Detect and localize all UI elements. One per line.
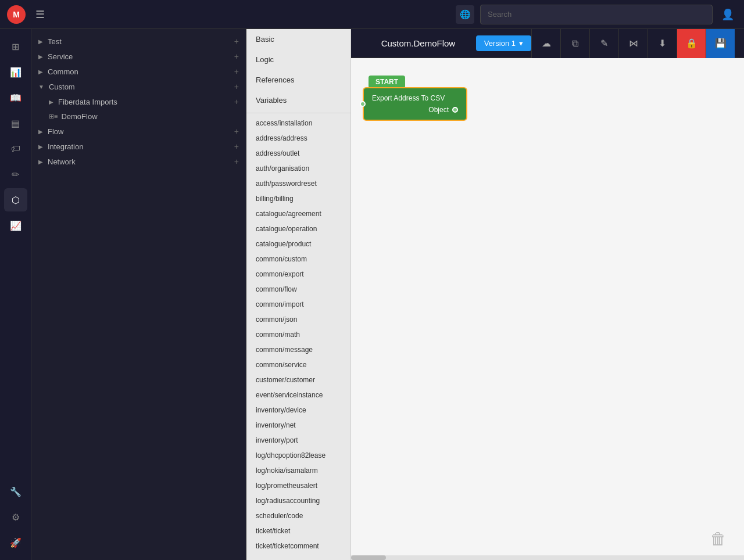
ref-nav-variables[interactable]: Variables [246, 90, 350, 110]
ref-list-item[interactable]: common/export [246, 267, 350, 282]
save-button[interactable]: 💾 [706, 29, 735, 58]
version-chevron-icon: ▾ [519, 39, 523, 48]
ref-list-item[interactable]: common/custom [246, 252, 350, 267]
ref-list-item[interactable]: auth/passwordreset [246, 176, 350, 191]
sidebar-item-gear[interactable]: ⚙ [4, 505, 27, 529]
ref-list-item[interactable]: access/installation [246, 116, 350, 131]
ref-list-item[interactable]: common/json [246, 312, 350, 327]
share-button[interactable]: ⋈ [618, 29, 648, 58]
sidebar-item-rocket[interactable]: 🚀 [4, 531, 27, 554]
sidebar-item-book[interactable]: 📖 [4, 86, 27, 109]
ref-list-item[interactable]: common/message [246, 342, 350, 357]
flow-canvas[interactable]: START Export Address To CSV Object 🗑 [351, 58, 744, 560]
tree-item-label: Custom [49, 82, 75, 91]
sidebar-item-layers[interactable]: ▤ [4, 112, 27, 135]
download-button[interactable]: ⬇ [648, 29, 677, 58]
plus-button[interactable]: + [234, 82, 239, 91]
ref-list-item[interactable]: billing/billing [246, 191, 350, 206]
ref-list-item[interactable]: common/flow [246, 282, 350, 297]
sidebar-item-barchart[interactable]: 📈 [4, 214, 27, 237]
arrow-icon: ▶ [38, 38, 43, 45]
output-label: Object [428, 106, 449, 114]
ref-list-item[interactable]: catalogue/operation [246, 221, 350, 236]
arrow-icon: ▼ [38, 84, 44, 90]
version-button[interactable]: Version 1 ▾ [476, 35, 531, 51]
plus-button[interactable]: + [234, 127, 239, 136]
copy-button[interactable]: ⧉ [560, 29, 589, 58]
ref-list-item[interactable]: log/radiusaccounting [246, 493, 350, 508]
ref-list-item[interactable]: inventory/net [246, 418, 350, 433]
plus-button[interactable]: + [234, 52, 239, 61]
ref-list-item[interactable]: address/outlet [246, 146, 350, 161]
tree-item-label: Test [48, 37, 62, 46]
tree-item-label: Network [48, 157, 76, 166]
ref-list-item[interactable]: catalogue/product [246, 236, 350, 252]
references-panel: Basic Logic References Variables access/… [246, 29, 351, 560]
ref-list-item[interactable]: common/import [246, 297, 350, 312]
arrow-icon: ▶ [38, 128, 43, 135]
ref-list-item[interactable]: log/prometheusalert [246, 478, 350, 493]
ref-list-item[interactable]: scheduler/code [246, 508, 350, 523]
ref-list-item[interactable]: auth/organisation [246, 161, 350, 176]
sidebar-item-wrench[interactable]: 🔧 [4, 480, 27, 503]
sidebar-item-chart[interactable]: 📊 [4, 60, 27, 84]
plus-button[interactable]: + [234, 157, 239, 166]
tree-item-common[interactable]: ▶ Common + [31, 64, 246, 79]
plus-button[interactable]: + [234, 67, 239, 76]
trash-icon[interactable]: 🗑 [710, 529, 727, 548]
ref-list-item[interactable]: common/service [246, 357, 350, 372]
ref-list-item[interactable]: inventory/port [246, 433, 350, 448]
arrow-icon: ▶ [38, 69, 43, 75]
ref-list-item[interactable]: log/dhcpoption82lease [246, 448, 350, 463]
ref-list-item[interactable]: log/nokia/isamalarm [246, 463, 350, 478]
tree-item-test[interactable]: ▶ Test + [31, 34, 246, 49]
user-icon[interactable]: 👤 [718, 5, 737, 24]
ref-list-item[interactable]: address/address [246, 131, 350, 146]
tree-item-service[interactable]: ▶ Service + [31, 49, 246, 64]
tree-item-network[interactable]: ▶ Network + [31, 154, 246, 169]
hamburger-button[interactable]: ☰ [31, 6, 49, 23]
tree-item-custom[interactable]: ▼ Custom + [31, 79, 246, 94]
sidebar-item-tag[interactable]: 🏷 [4, 137, 27, 160]
sidebar-item-cube[interactable]: ⬡ [4, 188, 27, 211]
sidebar-item-brush[interactable]: ✏ [4, 163, 27, 186]
ref-list-item[interactable]: common/math [246, 327, 350, 342]
upload-button[interactable]: ☁ [531, 29, 560, 58]
ref-list-item[interactable]: event/serviceinstance [246, 387, 350, 403]
globe-icon[interactable]: 🌐 [456, 5, 474, 24]
ref-list-item[interactable]: ticket/ticketcomment [246, 539, 350, 554]
flow-toolbar: Custom.DemoFlow Version 1 ▾ ☁ ⧉ ✎ ⋈ ⬇ 🔒 … [351, 29, 744, 58]
plus-button[interactable]: + [234, 37, 239, 46]
ref-list-item[interactable]: customer/customer [246, 372, 350, 387]
start-node: START [369, 76, 405, 88]
ref-list-item[interactable]: catalogue/agreement [246, 206, 350, 221]
tree-item-flow[interactable]: ▶ Flow + [31, 124, 246, 139]
ref-divider [246, 113, 350, 113]
ref-list-item[interactable]: inventory/device [246, 403, 350, 418]
tree-item-demoflow[interactable]: ⊞≡ DemoFlow [31, 109, 246, 124]
tree-item-label: Integration [48, 142, 83, 151]
tree-item-integration[interactable]: ▶ Integration + [31, 139, 246, 154]
version-label: Version 1 [484, 39, 516, 48]
canvas-scrollbar-thumb-h[interactable] [351, 555, 386, 560]
flow-node-block[interactable]: Export Address To CSV Object [363, 87, 467, 121]
ref-nav-basic[interactable]: Basic [246, 29, 350, 49]
plus-button[interactable]: + [234, 142, 239, 151]
ref-nav-logic[interactable]: Logic [246, 49, 350, 70]
topbar: M ☰ 🌐 👤 [0, 0, 744, 29]
logo-button[interactable]: M [7, 5, 26, 24]
lock-button[interactable]: 🔒 [677, 29, 706, 58]
edit-button[interactable]: ✎ [589, 29, 618, 58]
ref-list-item[interactable]: ticket/ticket [246, 523, 350, 539]
node-output: Object [372, 106, 458, 114]
ref-nav-references[interactable]: References [246, 70, 350, 90]
arrow-icon: ▶ [49, 99, 53, 105]
tree-item-fiberdata[interactable]: ▶ Fiberdata Imports + [31, 94, 246, 109]
canvas-scrollbar-h[interactable] [351, 555, 744, 560]
tree-item-label: Flow [48, 127, 63, 136]
output-connector [452, 107, 458, 113]
icon-sidebar: ⊞ 📊 📖 ▤ 🏷 ✏ ⬡ 📈 🔧 ⚙ 🚀 [0, 29, 31, 560]
sidebar-item-home[interactable]: ⊞ [4, 35, 27, 58]
search-input[interactable] [480, 5, 713, 24]
plus-button[interactable]: + [234, 97, 239, 106]
